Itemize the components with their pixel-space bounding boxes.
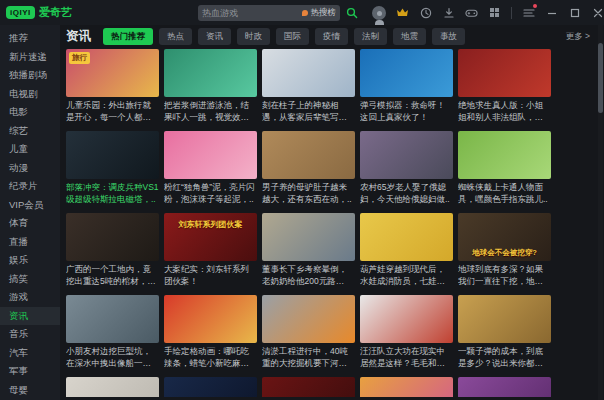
video-card[interactable]: 旅行儿童乐园：外出旅行就是开心，每一个人都可以..: [66, 49, 159, 123]
video-thumbnail[interactable]: [66, 213, 159, 261]
video-card[interactable]: [66, 377, 159, 397]
download-icon[interactable]: [442, 6, 455, 19]
video-thumbnail[interactable]: [458, 49, 551, 97]
sidebar-item-16[interactable]: 资讯: [0, 307, 60, 326]
apps-grid-icon[interactable]: [488, 6, 501, 19]
video-thumbnail[interactable]: [360, 295, 453, 343]
sidebar-item-8[interactable]: 动漫: [0, 159, 60, 178]
search-button[interactable]: [345, 6, 358, 19]
sidebar-item-19[interactable]: 军事: [0, 362, 60, 381]
video-card[interactable]: 部落冲突：调皮兵种VS1级超级特斯拉电磁塔，..: [66, 131, 159, 205]
video-thumbnail[interactable]: [262, 377, 355, 397]
more-link[interactable]: 更多 >: [566, 31, 590, 43]
video-card[interactable]: [360, 377, 453, 397]
video-thumbnail[interactable]: [262, 295, 355, 343]
video-thumbnail[interactable]: [360, 49, 453, 97]
tab-2[interactable]: 热点: [159, 28, 192, 45]
video-card[interactable]: 一颗子弹的成本，到底是多少？说出来你都不敢信: [458, 295, 551, 369]
history-clock-icon[interactable]: [419, 6, 432, 19]
sidebar-item-15[interactable]: 游戏: [0, 288, 60, 307]
video-card[interactable]: 汪汪队立大功在现实中居然是这样？毛毛和阿奇..: [360, 295, 453, 369]
video-card[interactable]: 手绘定格动画：哪吒吃辣条，蜡笔小新吃麻花，..: [164, 295, 257, 369]
tab-8[interactable]: 地震: [393, 28, 426, 45]
video-thumbnail[interactable]: [458, 131, 551, 179]
sidebar-item-5[interactable]: 电影: [0, 103, 60, 122]
video-thumbnail[interactable]: [164, 131, 257, 179]
tab-1[interactable]: 热门推荐: [103, 28, 153, 45]
video-card[interactable]: 粉红“独角兽”泥，亮片闪粉，泡沫珠子等起泥，..: [164, 131, 257, 205]
video-thumbnail[interactable]: [66, 377, 159, 397]
sidebar-item-14[interactable]: 搞笑: [0, 270, 60, 289]
menu-icon[interactable]: [522, 6, 535, 19]
tab-6[interactable]: 疫情: [315, 28, 348, 45]
video-card[interactable]: [458, 377, 551, 397]
sidebar-item-13[interactable]: 娱乐: [0, 251, 60, 270]
sidebar-item-2[interactable]: 新片速递: [0, 48, 60, 67]
game-icon[interactable]: [465, 6, 478, 19]
titlebar: iQIYI 爱奇艺 热搜榜: [0, 0, 604, 25]
sidebar-item-17[interactable]: 音乐: [0, 325, 60, 344]
video-thumbnail[interactable]: [66, 295, 159, 343]
video-card[interactable]: [164, 377, 257, 397]
search-box[interactable]: 热搜榜: [198, 5, 340, 21]
minimize-icon[interactable]: [545, 6, 558, 19]
thumbnail-overlay-text: 刘东轩系列团伙案: [164, 219, 257, 230]
video-thumbnail[interactable]: [360, 377, 453, 397]
tab-7[interactable]: 法制: [354, 28, 387, 45]
close-icon[interactable]: [591, 6, 604, 19]
sidebar-item-6[interactable]: 综艺: [0, 122, 60, 141]
video-card[interactable]: 地球会不会被挖穿?地球到底有多深？如果我们一直往下挖，地球会..: [458, 213, 551, 287]
video-thumbnail[interactable]: [262, 49, 355, 97]
video-card[interactable]: 绝地求生真人版：小姐姐和别人非法组队，结果..: [458, 49, 551, 123]
video-thumbnail[interactable]: [66, 131, 159, 179]
tab-9[interactable]: 事故: [432, 28, 465, 45]
video-title: 把岩浆倒进游泳池，结果吓人一跳，视觉效果太..: [164, 100, 257, 123]
user-avatar[interactable]: [372, 6, 386, 20]
video-thumbnail[interactable]: 旅行: [66, 49, 159, 97]
app-logo[interactable]: iQIYI 爱奇艺: [0, 5, 198, 20]
video-card[interactable]: 把岩浆倒进游泳池，结果吓人一跳，视觉效果太..: [164, 49, 257, 123]
video-thumbnail[interactable]: [262, 131, 355, 179]
video-card[interactable]: 小朋友村边挖巨型坑，在深水中拽出像船一样的..: [66, 295, 159, 369]
video-thumbnail[interactable]: [360, 131, 453, 179]
video-thumbnail[interactable]: [262, 213, 355, 261]
video-card[interactable]: 男子养的母驴肚子越来越大，还有东西在动，..: [262, 131, 355, 205]
sidebar-item-3[interactable]: 独播剧场: [0, 66, 60, 85]
scrollbar-track[interactable]: [598, 25, 603, 400]
sidebar-item-20[interactable]: 母婴: [0, 381, 60, 400]
video-card[interactable]: 刻在柱子上的神秘相遇，从客家后辈笔写下几大..: [262, 49, 355, 123]
maximize-icon[interactable]: [568, 6, 581, 19]
video-thumbnail[interactable]: [360, 213, 453, 261]
video-card[interactable]: 弹弓模拟器：救命呀！这回上真家伙了！: [360, 49, 453, 123]
video-thumbnail[interactable]: [164, 377, 257, 397]
video-card[interactable]: 董事长下乡考察晕倒，老奶奶给他200元路费，..: [262, 213, 355, 287]
video-card[interactable]: [262, 377, 355, 397]
video-card[interactable]: 清淤工程进行中，40吨重的大挖掘机要下河底清..: [262, 295, 355, 369]
sidebar-item-9[interactable]: 纪录片: [0, 177, 60, 196]
video-thumbnail[interactable]: [164, 295, 257, 343]
sidebar-item-11[interactable]: 体育: [0, 214, 60, 233]
video-card[interactable]: 广西的一个工地内，竟挖出重达5吨的棺材，简..: [66, 213, 159, 287]
sidebar-item-4[interactable]: 电视剧: [0, 85, 60, 104]
tab-5[interactable]: 国际: [276, 28, 309, 45]
vip-crown-icon[interactable]: [396, 6, 409, 19]
sidebar-item-1[interactable]: 推荐: [0, 29, 60, 48]
scrollbar-thumb[interactable]: [598, 43, 603, 113]
sidebar-item-10[interactable]: VIP会员: [0, 196, 60, 215]
tab-4[interactable]: 时政: [237, 28, 270, 45]
sidebar-item-12[interactable]: 直播: [0, 233, 60, 252]
sidebar-item-18[interactable]: 汽车: [0, 344, 60, 363]
video-thumbnail[interactable]: [164, 49, 257, 97]
tab-3[interactable]: 资讯: [198, 28, 231, 45]
video-card[interactable]: 蜘蛛侠戴上卡通人物面具，嘿颜色手指东跳儿..: [458, 131, 551, 205]
sidebar-item-7[interactable]: 儿童: [0, 140, 60, 159]
hot-search-label[interactable]: 热搜榜: [311, 7, 337, 19]
search-input[interactable]: [202, 8, 299, 18]
video-thumbnail[interactable]: 刘东轩系列团伙案: [164, 213, 257, 261]
video-card[interactable]: 葫芦娃穿越到现代后，水娃成消防员，七娃变最..: [360, 213, 453, 287]
video-thumbnail[interactable]: 地球会不会被挖穿?: [458, 213, 551, 261]
video-card[interactable]: 农村65岁老人娶了俄媳妇，今天他给俄媳妇做..: [360, 131, 453, 205]
video-card[interactable]: 刘东轩系列团伙案大案纪实：刘东轩系列团伙案！: [164, 213, 257, 287]
video-thumbnail[interactable]: [458, 295, 551, 343]
video-thumbnail[interactable]: [458, 377, 551, 397]
